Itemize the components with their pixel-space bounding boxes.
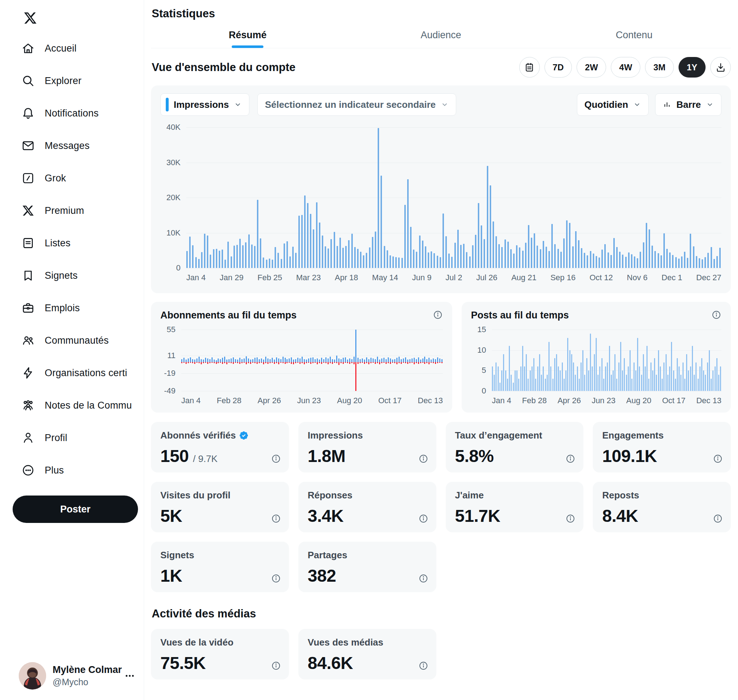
sidebar-item-plus[interactable]: Plus (0, 454, 144, 487)
info-icon[interactable] (565, 454, 575, 464)
chevron-down-icon (706, 101, 714, 109)
diverging-bar (233, 329, 234, 391)
info-icon[interactable] (271, 454, 281, 464)
chart-type-label: Barre (676, 99, 701, 110)
bar (678, 259, 679, 268)
info-icon[interactable] (271, 513, 281, 524)
diverging-bar (235, 329, 236, 391)
sidebar-item-profil[interactable]: Profil (0, 422, 144, 454)
y-tick-label: 11 (167, 351, 176, 360)
x-premium-icon (21, 203, 35, 218)
bar (192, 245, 194, 268)
tab-label: Audience (421, 29, 461, 41)
info-icon[interactable] (711, 310, 722, 320)
diverging-bar (340, 329, 342, 391)
sidebar-item-explorer[interactable]: Explorer (0, 65, 144, 97)
sidebar-item-grok[interactable]: Grok (0, 162, 144, 194)
sidebar-item-premium[interactable]: Premium (0, 194, 144, 227)
diverging-bar (403, 329, 404, 391)
bar (384, 246, 385, 268)
post-button[interactable]: Poster (13, 496, 138, 523)
bar (357, 249, 358, 268)
diverging-bar (254, 329, 255, 391)
info-icon[interactable] (418, 574, 428, 584)
stat-label: Engagements (602, 430, 722, 441)
profile-menu[interactable]: Mylène Colmar @Mycho (11, 658, 140, 694)
info-icon[interactable] (565, 513, 575, 524)
bar (380, 176, 382, 268)
bar (292, 247, 294, 268)
info-icon[interactable] (418, 454, 428, 464)
bar (666, 354, 667, 391)
x-tick-label: Jul 2 (445, 273, 462, 282)
info-icon[interactable] (713, 454, 723, 464)
diverging-bar (220, 329, 221, 391)
x-logo-icon[interactable] (21, 9, 40, 27)
info-icon[interactable] (418, 513, 428, 524)
bar (478, 203, 479, 268)
bar (658, 253, 659, 268)
diverging-bar (362, 329, 363, 391)
range-button-7d[interactable]: 7D (544, 57, 572, 78)
bar (592, 366, 593, 391)
info-icon[interactable] (271, 574, 281, 584)
sidebar-item-communaute-s[interactable]: Communautés (0, 324, 144, 357)
bar (505, 240, 506, 268)
more-icon[interactable] (123, 669, 137, 683)
bar (578, 240, 580, 268)
range-button-1y[interactable]: 1Y (679, 57, 706, 78)
bar (631, 379, 632, 391)
secondary-metric-dropdown[interactable]: Sélectionnez un indicateur secondaire (257, 93, 456, 116)
bar (609, 346, 610, 391)
calendar-button[interactable] (519, 57, 540, 78)
primary-metric-dropdown[interactable]: Impressions (160, 93, 249, 116)
bar (563, 238, 565, 268)
bar (586, 358, 587, 391)
bar (233, 246, 235, 268)
bar (715, 366, 716, 391)
posts-plot[interactable] (492, 329, 722, 391)
bar (572, 246, 574, 268)
posts-x-axis: Jan 4Feb 28Apr 26Jun 23Aug 20Oct 17Dec 1… (492, 396, 722, 405)
bar (216, 249, 217, 268)
bar (540, 249, 541, 268)
tab-audience[interactable]: Audience (344, 22, 537, 48)
bar (537, 246, 538, 268)
subscriptions-plot[interactable] (181, 329, 443, 391)
sidebar-item-messages[interactable]: Messages (0, 129, 144, 162)
sidebar-item-signets[interactable]: Signets (0, 259, 144, 292)
bar (363, 255, 364, 268)
bar (499, 382, 500, 391)
bar (457, 230, 459, 268)
sidebar-item-notifications[interactable]: Notifications (0, 97, 144, 129)
bar (501, 371, 502, 391)
download-button[interactable] (710, 57, 731, 78)
info-icon[interactable] (418, 661, 428, 671)
sidebar-item-notes-de-la-commu[interactable]: Notes de la Commu (0, 389, 144, 422)
bar (372, 237, 373, 268)
sidebar-item-organisations-certi[interactable]: Organisations certi (0, 357, 144, 389)
main-chart-plot[interactable] (186, 127, 722, 268)
bar (475, 235, 476, 268)
range-button-3m[interactable]: 3M (645, 57, 673, 78)
sidebar-item-accueil[interactable]: Accueil (0, 32, 144, 65)
bar-chart-icon (663, 100, 671, 109)
range-button-4w[interactable]: 4W (611, 57, 640, 78)
info-icon[interactable] (433, 310, 443, 320)
bar (266, 260, 267, 268)
bar (395, 257, 397, 268)
granularity-dropdown[interactable]: Quotidien (577, 93, 649, 116)
bar (549, 251, 550, 268)
sidebar-item-label: Notes de la Commu (45, 400, 132, 411)
tab-contenu[interactable]: Contenu (538, 22, 731, 48)
tab-re-sume[interactable]: Résumé (151, 22, 344, 48)
sidebar-item-label: Explorer (45, 75, 81, 87)
x-tick-label: Feb 28 (522, 396, 547, 405)
info-icon[interactable] (713, 513, 723, 524)
chart-type-dropdown[interactable]: Barre (655, 93, 722, 116)
bar (493, 221, 494, 268)
range-button-2w[interactable]: 2W (577, 57, 606, 78)
sidebar-item-listes[interactable]: Listes (0, 227, 144, 259)
info-icon[interactable] (271, 661, 281, 671)
sidebar-item-emplois[interactable]: Emplois (0, 292, 144, 324)
